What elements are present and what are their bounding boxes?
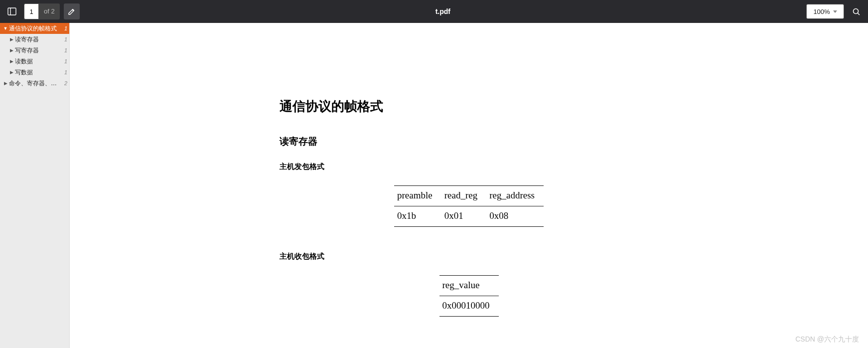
table-row: 0x00010000	[439, 296, 499, 317]
table-cell: read_reg	[441, 186, 486, 206]
svg-point-3	[853, 8, 858, 13]
table-row: reg_value	[439, 276, 499, 296]
outline-label: 通信协议的帧格式	[9, 24, 64, 33]
heading-3-send: 主机发包格式	[280, 162, 658, 172]
chevron-right-icon: ▶	[9, 37, 14, 42]
heading-3-recv: 主机收包格式	[280, 252, 658, 261]
outline-sidebar: ▼通信协议的帧格式1▶读寄存器1▶写寄存器1▶读数据1▶写数据1▶命令、寄存器、…	[0, 23, 70, 348]
outline-page: 2	[64, 80, 67, 86]
heading-2: 读寄存器	[280, 135, 658, 148]
search-icon	[852, 7, 861, 16]
zoom-select[interactable]: 100%	[806, 4, 844, 19]
document-title: t.pdf	[80, 7, 806, 15]
page-total-label: of 2	[39, 3, 60, 19]
watermark: CSDN @六个九十度	[795, 335, 859, 344]
outline-item[interactable]: ▶写数据1	[0, 67, 69, 78]
svg-rect-0	[8, 8, 16, 15]
table-row: preamble read_reg reg_address	[394, 186, 544, 206]
outline-label: 读数据	[15, 57, 64, 66]
chevron-right-icon: ▶	[9, 48, 14, 53]
chevron-down-icon: ▼	[3, 26, 8, 31]
outline-item[interactable]: ▶写寄存器1	[0, 45, 69, 56]
pencil-icon	[68, 7, 76, 15]
document-viewport[interactable]: 通信协议的帧格式 读寄存器 主机发包格式 preamble read_reg r…	[70, 23, 868, 348]
main-area: ▼通信协议的帧格式1▶读寄存器1▶写寄存器1▶读数据1▶写数据1▶命令、寄存器、…	[0, 23, 868, 348]
outline-label: 写寄存器	[15, 46, 64, 55]
chevron-right-icon: ▶	[9, 70, 14, 75]
recv-format-table: reg_value 0x00010000	[439, 275, 499, 317]
outline-label: 命令、寄存器、…	[9, 79, 64, 88]
sidebar-toggle-button[interactable]	[4, 3, 20, 19]
send-format-table: preamble read_reg reg_address 0x1b 0x01 …	[394, 185, 544, 227]
outline-item[interactable]: ▼通信协议的帧格式1	[0, 23, 69, 34]
outline-item[interactable]: ▶读寄存器1	[0, 34, 69, 45]
outline-item[interactable]: ▶读数据1	[0, 56, 69, 67]
search-button[interactable]	[848, 3, 864, 19]
heading-1: 通信协议的帧格式	[280, 98, 658, 115]
page-number-input[interactable]	[24, 3, 39, 19]
toolbar: of 2 t.pdf 100%	[0, 0, 868, 23]
outline-page: 1	[64, 69, 67, 75]
outline-label: 读寄存器	[15, 35, 64, 44]
chevron-right-icon: ▶	[9, 59, 14, 64]
zoom-label: 100%	[813, 8, 830, 15]
table-cell: 0x01	[441, 206, 486, 227]
outline-label: 写数据	[15, 68, 64, 77]
table-cell: reg_value	[439, 276, 499, 296]
outline-page: 1	[64, 36, 67, 42]
sidebar-icon	[7, 7, 16, 16]
pdf-page: 通信协议的帧格式 读寄存器 主机发包格式 preamble read_reg r…	[220, 23, 718, 348]
edit-button[interactable]	[64, 3, 80, 19]
chevron-right-icon: ▶	[3, 81, 8, 86]
table-row: 0x1b 0x01 0x08	[394, 206, 544, 227]
outline-page: 1	[64, 58, 67, 64]
svg-line-4	[858, 13, 860, 15]
chevron-down-icon	[833, 10, 837, 13]
outline-page: 1	[64, 47, 67, 53]
table-cell: reg_address	[486, 186, 544, 206]
table-cell: preamble	[394, 186, 441, 206]
table-cell: 0x00010000	[439, 296, 499, 317]
table-cell: 0x08	[486, 206, 544, 227]
outline-page: 1	[64, 25, 67, 31]
outline-item[interactable]: ▶命令、寄存器、…2	[0, 78, 69, 89]
table-cell: 0x1b	[394, 206, 441, 227]
